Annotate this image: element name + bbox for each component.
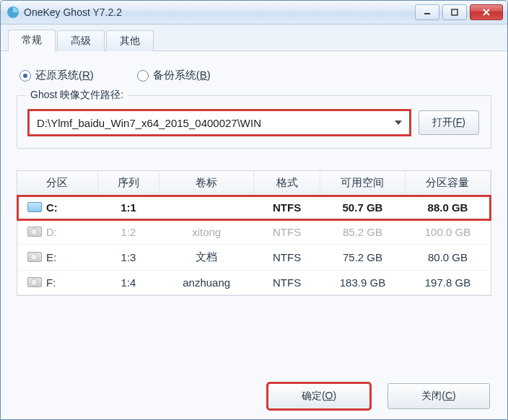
tab-general[interactable]: 常规 xyxy=(8,30,56,51)
col-partition[interactable]: 分区 xyxy=(17,171,97,196)
col-free[interactable]: 可用空间 xyxy=(320,171,405,196)
ghost-path-value: D:\Ylmf_baidu_Win7_x64_2015_0400027\WIN xyxy=(37,117,261,129)
cell-capacity: 197.8 GB xyxy=(405,271,490,295)
cell-free: 50.7 GB xyxy=(320,196,405,220)
drive-icon xyxy=(27,227,42,237)
drive-letter: D: xyxy=(46,226,57,238)
svg-rect-2 xyxy=(452,9,457,15)
tab-advanced[interactable]: 高级 xyxy=(57,30,105,51)
cell-capacity: 80.0 GB xyxy=(405,245,490,271)
ghost-path-row: D:\Ylmf_baidu_Win7_x64_2015_0400027\WIN … xyxy=(29,110,479,135)
drive-icon xyxy=(27,277,42,287)
table-header-row: 分区 序列 卷标 格式 可用空间 分区容量 xyxy=(17,171,491,196)
minimize-button[interactable] xyxy=(415,4,439,20)
table-row[interactable]: D:1:2xitongNTFS85.2 GB100.0 GB xyxy=(17,220,491,245)
drive-icon xyxy=(27,252,42,262)
cell-format: NTFS xyxy=(254,220,320,245)
tab-strip: 常规 高级 其他 xyxy=(1,25,507,51)
tab-other[interactable]: 其他 xyxy=(106,30,154,51)
drive-letter: F: xyxy=(46,276,56,289)
table-row[interactable]: C:1:1NTFS50.7 GB88.0 GB xyxy=(17,196,491,220)
close-button[interactable] xyxy=(470,4,503,20)
cell-format: NTFS xyxy=(254,245,320,271)
drive-icon xyxy=(27,202,42,212)
radio-backup-label: 备份系统(B) xyxy=(153,69,211,82)
ok-button-label: 确定(O) xyxy=(302,390,336,403)
cell-seq: 1:2 xyxy=(97,220,159,245)
partition-table-wrap: 分区 序列 卷标 格式 可用空间 分区容量 C:1:1NTFS50.7 GB88… xyxy=(17,170,491,296)
cell-free: 75.2 GB xyxy=(320,245,405,271)
ghost-path-group: Ghost 映像文件路径: D:\Ylmf_baidu_Win7_x64_201… xyxy=(17,95,491,149)
cell-label: anzhuang xyxy=(159,271,254,295)
maximize-button[interactable] xyxy=(442,4,467,20)
drive-letter: E: xyxy=(46,251,56,263)
cell-free: 85.2 GB xyxy=(320,220,405,245)
radio-backup[interactable]: 备份系统(B) xyxy=(137,69,211,82)
cell-seq: 1:1 xyxy=(97,196,159,220)
table-row[interactable]: E:1:3文档NTFS75.2 GB80.0 GB xyxy=(17,245,491,271)
open-button[interactable]: 打开(F) xyxy=(419,110,479,135)
col-label[interactable]: 卷标 xyxy=(159,171,254,196)
close-button-label: 关闭(C) xyxy=(421,390,455,403)
window-buttons xyxy=(415,4,503,20)
cell-seq: 1:4 xyxy=(97,271,159,295)
client-area: 还原系统(R) 备份系统(B) Ghost 映像文件路径: D:\Ylmf_ba… xyxy=(1,51,507,420)
cell-capacity: 88.0 GB xyxy=(405,196,490,220)
cell-label xyxy=(159,196,254,220)
chevron-down-icon xyxy=(395,121,402,125)
footer-buttons: 确定(O) 关闭(C) xyxy=(268,383,490,409)
cell-format: NTFS xyxy=(254,271,320,295)
close-dialog-button[interactable]: 关闭(C) xyxy=(387,383,490,409)
cell-label: xitong xyxy=(159,220,254,245)
col-seq[interactable]: 序列 xyxy=(97,171,159,196)
cell-format: NTFS xyxy=(254,196,320,220)
window-title: OneKey Ghost Y7.2.2 xyxy=(24,6,415,18)
drive-letter: C: xyxy=(46,201,58,214)
open-button-label: 打开(F) xyxy=(432,116,465,129)
app-window: OneKey Ghost Y7.2.2 常规 高级 其他 还原系统(R) xyxy=(0,0,508,420)
radio-restore-label: 还原系统(R) xyxy=(35,69,94,82)
table-row[interactable]: F:1:4anzhuangNTFS183.9 GB197.8 GB xyxy=(17,271,491,295)
cell-capacity: 100.0 GB xyxy=(405,220,490,245)
col-capacity[interactable]: 分区容量 xyxy=(405,171,490,196)
cell-free: 183.9 GB xyxy=(320,271,405,295)
radio-restore[interactable]: 还原系统(R) xyxy=(19,69,94,82)
titlebar: OneKey Ghost Y7.2.2 xyxy=(1,1,507,25)
radio-dot-icon xyxy=(137,70,149,82)
radio-dot-icon xyxy=(19,70,31,82)
col-format[interactable]: 格式 xyxy=(254,171,320,196)
partition-table: 分区 序列 卷标 格式 可用空间 分区容量 C:1:1NTFS50.7 GB88… xyxy=(17,171,491,295)
app-icon xyxy=(6,6,19,19)
cell-seq: 1:3 xyxy=(97,245,159,271)
ok-button[interactable]: 确定(O) xyxy=(268,383,370,409)
ghost-path-combo[interactable]: D:\Ylmf_baidu_Win7_x64_2015_0400027\WIN xyxy=(29,110,410,135)
cell-label: 文档 xyxy=(159,245,254,271)
ghost-path-label: Ghost 映像文件路径: xyxy=(26,89,128,102)
